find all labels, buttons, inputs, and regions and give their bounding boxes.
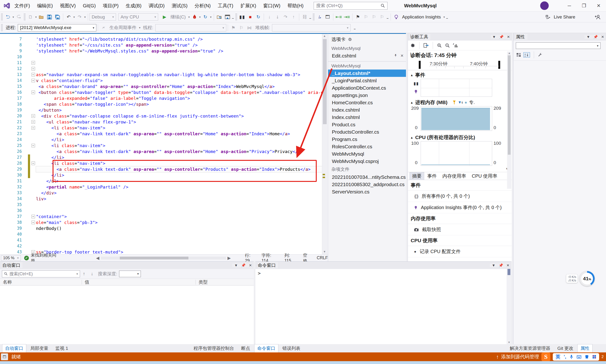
scrollbar-thumb[interactable]	[508, 55, 511, 155]
toolbar-grip[interactable]	[1, 13, 3, 21]
code-line-38[interactable]: 38−ole="main" class="pb-3">	[0, 220, 322, 225]
code-line-34[interactable]: 34liv>	[0, 196, 322, 202]
events-section-header[interactable]: ▲ 事件	[408, 72, 512, 78]
parallel-stacks-icon[interactable]: ⋈	[246, 24, 253, 32]
pin-icon[interactable]: 📌	[241, 263, 246, 268]
tab-command-0[interactable]: 程序包管理器控制台	[191, 344, 237, 352]
properties-title-bar[interactable]: 属性 ▼📌✕	[513, 33, 606, 40]
open-file-item[interactable]: _Layout.cshtml*	[328, 69, 406, 77]
pause-icon[interactable]: ▮▮	[239, 13, 246, 21]
fold-marker-icon[interactable]: −	[31, 144, 35, 147]
fold-marker-icon[interactable]: −	[31, 215, 35, 218]
tab-right-1[interactable]: Git 更改	[554, 344, 576, 352]
code-line-21[interactable]: 21−<ul class="navbar-nav flex-grow-1">	[0, 119, 322, 125]
search-next-icon[interactable]: ↓	[89, 270, 96, 278]
open-file-item[interactable]: 2022101007034...ntitySchema.cs	[328, 173, 406, 181]
editor-zoom-select[interactable]: 105 %▾	[1, 255, 21, 261]
tab-autos-0[interactable]: 自动窗口	[2, 344, 26, 352]
menu-item-b[interactable]: 生成(B)	[122, 0, 145, 12]
open-file-item[interactable]: Index.cshtml	[328, 106, 406, 114]
code-line-8[interactable]: 8'stylesheet" href="~/css/site.css" asp-…	[0, 42, 322, 48]
export-icon[interactable]	[423, 43, 429, 48]
pin-icon[interactable]: 📌	[499, 263, 503, 268]
microphone-icon[interactable]	[569, 354, 573, 359]
code-map-icon[interactable]: ⛓	[301, 13, 308, 21]
column-value[interactable]: 值	[82, 279, 196, 285]
code-editor[interactable]: 7'stylesheet" href="~/lib/bootstrap/dist…	[0, 33, 328, 254]
performance-gauge[interactable]: 41%	[579, 271, 595, 286]
next-bookmark-icon[interactable]: ⚐	[370, 13, 377, 21]
add-user-icon[interactable]	[594, 13, 601, 21]
tab-autos-2[interactable]: 监视 1	[53, 344, 71, 352]
navigate-forward-icon[interactable]: ⮎	[15, 13, 22, 21]
toolbar-grip[interactable]	[24, 13, 26, 21]
save-all-icon[interactable]	[54, 13, 61, 21]
toolbar-grip[interactable]	[313, 13, 315, 21]
restore-button[interactable]: ❐	[577, 0, 591, 11]
close-button[interactable]: ✕	[591, 0, 606, 11]
tab-autos-1[interactable]: 局部变量	[27, 344, 51, 352]
scrollbar-thumb[interactable]	[508, 269, 510, 275]
cpu-section-header[interactable]: ▲ CPU (所有处理器的百分比)	[408, 134, 512, 141]
flag-threads-icon[interactable]: ⚑	[230, 24, 237, 32]
collapse-icon[interactable]: ▲	[410, 136, 413, 139]
ime-language-icon[interactable]: 英	[556, 354, 560, 360]
open-file-item[interactable]: RolesController.cs	[328, 143, 406, 150]
tab-command-1[interactable]: 断点	[238, 344, 253, 352]
sort-alphabetical-icon[interactable]: AZ	[523, 52, 530, 57]
code-line-35[interactable]: 35	[0, 202, 322, 208]
code-line-40[interactable]: 40	[0, 231, 322, 237]
menu-item-w[interactable]: 窗口(W)	[260, 0, 284, 12]
fold-marker-icon[interactable]: −	[31, 79, 35, 82]
menu-item-n[interactable]: 分析(N)	[191, 0, 214, 12]
navigate-back-icon[interactable]: ⮌	[4, 13, 11, 21]
code-line-37[interactable]: 37−"container">	[0, 214, 322, 220]
code-line-9[interactable]: 9'stylesheet" href="~/WebMvcMysql.styles…	[0, 48, 322, 54]
command-title-bar[interactable]: 命令窗口 ▼📌✕	[256, 261, 511, 269]
net-speed-widget[interactable]: ↑0 K/s ↓0 K/s 41%	[566, 270, 603, 288]
system-tray-icon[interactable]: 🗔	[1, 353, 8, 360]
open-file-item[interactable]: Edit.cshtml🖈✕	[328, 52, 406, 59]
fold-marker-icon[interactable]: −	[31, 114, 35, 118]
restart-app-icon[interactable]: ↻	[202, 13, 209, 21]
open-folder-icon[interactable]	[38, 13, 45, 21]
code-line-23[interactable]: 23<a class="nav-link text-dark" asp-area…	[0, 131, 322, 137]
run-to-cursor-icon[interactable]: ⭞	[316, 13, 323, 21]
add-to-source-control-label[interactable]: 添加到源代码管理	[501, 354, 539, 360]
column-type[interactable]: 类型	[196, 279, 208, 285]
open-file-item[interactable]: ProductsController.cs	[328, 128, 406, 136]
stackframe-select[interactable]: ▾	[272, 24, 350, 31]
memory-section-header[interactable]: ▲ 进程内存 (MB) ▼t ● 专.	[408, 99, 512, 106]
close-icon[interactable]: ✕	[506, 263, 510, 268]
diagnostics-scrollbar[interactable]: ▲	[507, 52, 511, 189]
toolbar-grip[interactable]	[1, 24, 3, 31]
hscroll-right-icon[interactable]: ▶	[228, 255, 231, 261]
window-menu-icon[interactable]: ▼	[587, 35, 590, 39]
code-line-12[interactable]: 12−	[0, 66, 322, 72]
new-file-icon[interactable]: 🗋	[27, 13, 34, 21]
clear-bookmarks-icon[interactable]: ⚐	[378, 13, 386, 21]
prev-bookmark-icon[interactable]: ⚐	[363, 13, 370, 21]
fold-marker-icon[interactable]: −	[31, 126, 35, 130]
menu-item-v[interactable]: 视图(V)	[56, 0, 79, 12]
solution-platform-select[interactable]: Any CPU▾	[118, 13, 158, 21]
bookmark-icon[interactable]: ⚑	[354, 13, 362, 21]
autos-grid-body[interactable]	[0, 286, 254, 344]
scrollbar-thumb[interactable]	[323, 39, 327, 124]
hscroll-left-icon[interactable]: ◀	[96, 255, 99, 261]
code-line-17[interactable]: 17aria-expanded="false" aria-label="Togg…	[0, 95, 322, 101]
search-prev-icon[interactable]: ↑	[81, 270, 88, 278]
tab-right-0[interactable]: 解决方案资源管理器	[507, 344, 553, 352]
process-select[interactable]: [2012] WebMvcMysql.exe▾	[18, 24, 96, 31]
app-insights-label[interactable]: Application Insights	[402, 14, 441, 20]
autos-search-input[interactable]: 搜索(Ctrl+E) ▾	[2, 270, 80, 277]
step-out-icon[interactable]: ↑	[290, 13, 297, 21]
pin-icon[interactable]: 📌	[593, 35, 598, 39]
app-insights-bulb-icon[interactable]	[393, 13, 400, 21]
window-menu-icon[interactable]: ▼	[234, 263, 238, 268]
menu-item-p[interactable]: 项目(P)	[99, 0, 122, 12]
scroll-down-icon[interactable]: ▼	[323, 250, 326, 253]
app-insights-events-link[interactable]: Application Insights 事件(0 个, 共 0 个)	[408, 202, 512, 213]
tab-right-2[interactable]: 属性	[578, 344, 592, 352]
fold-marker-icon[interactable]: −	[31, 221, 35, 224]
